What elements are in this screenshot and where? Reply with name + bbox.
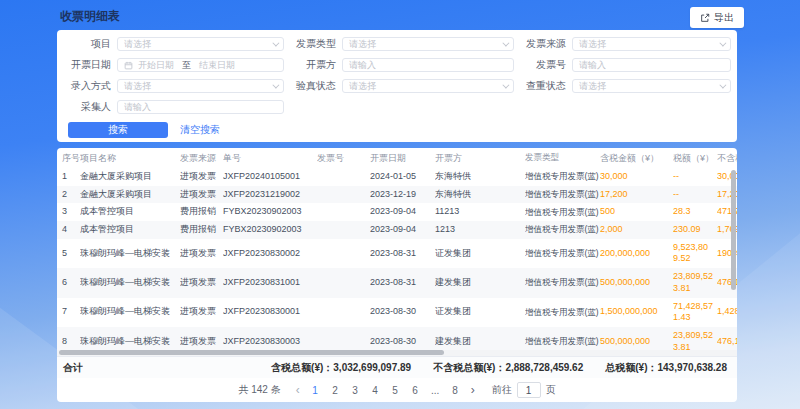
prev-page-button[interactable]: ‹ [294,384,302,396]
filter-collector: 采集人 请输入 [59,100,284,114]
total-excl-tax: 不含税总额(¥)：2,888,728,459.62 [433,361,583,375]
collector-input[interactable]: 请输入 [117,100,284,114]
table-cell: 3 [57,203,80,221]
table-cell: 增值税专用发票(蓝) [525,327,600,350]
filter-label: 采集人 [59,100,111,114]
table-cell: 1213 [435,221,525,239]
table-cell: 证发集团 [435,298,525,327]
table-cell: 2023-08-31 [370,239,435,268]
totals-label: 合计 [57,361,83,375]
filter-label: 开票方 [284,58,336,72]
table-cell: 6 [57,268,80,297]
table-row: 8珠穆朗玛峰—电梯安装进项发票JXFP202308300032023-08-30… [57,327,737,350]
vertical-scrollbar-thumb[interactable] [731,170,736,290]
date-separator: 至 [182,59,191,72]
table-cell: 增值税专用发票(蓝) [525,298,600,327]
chevron-down-icon [502,39,509,46]
table-row: 2金融大厦采购项目进项发票JXFP202312190022023-12-19东海… [57,186,737,204]
page-number[interactable]: 1 [309,385,322,396]
goto-label: 前往 [492,383,512,397]
table-cell: JXFP20230830001 [223,298,317,327]
table-cell: JXFP20231219002 [223,186,317,204]
filter-label: 发票类型 [284,37,336,51]
totals-bar: 合计 含税总额(¥)：3,032,699,097.89 不含税总额(¥)：2,8… [57,356,737,378]
search-button[interactable]: 搜索 [68,122,168,138]
desktop-background: 收票明细表 导出 项目 请选择 发票类型 请选择 [0,0,800,409]
table-cell: 进项发票 [180,298,223,327]
page-list: 123456...8 [309,385,462,396]
filter-panel: 项目 请选择 发票类型 请选择 发票来源 请选择 [57,30,737,142]
page-number[interactable]: 2 [329,385,342,396]
table-cell: 2 [57,186,80,204]
placeholder-text: 请选择 [349,38,502,51]
filter-label: 发票号 [514,58,566,72]
placeholder-text: 请输入 [349,59,507,72]
table-cell: 500 [600,203,673,221]
page-number[interactable]: 8 [449,385,462,396]
goto-page: 前往 页 [492,382,556,398]
invoice-table: 序号项目名称发票来源单号发票号开票日期开票方发票类型含税金额（¥）税额（¥）不含… [57,148,737,350]
invoice-no-input[interactable]: 请输入 [572,58,731,72]
table-cell [317,168,370,186]
table-cell: 2023-12-19 [370,186,435,204]
goto-page-input[interactable] [517,382,541,398]
table-cell [317,268,370,297]
column-header: 项目名称 [80,148,180,168]
chevron-down-icon [272,39,279,46]
placeholder-text: 请选择 [124,80,272,93]
placeholder-text: 请输入 [124,101,277,114]
table-cell: 增值税专用发票(蓝) [525,268,600,297]
page-number[interactable]: 4 [369,385,382,396]
project-select[interactable]: 请选择 [117,37,284,51]
end-date-placeholder: 结束日期 [199,59,235,72]
table-cell: 珠穆朗玛峰—电梯安装 [80,327,180,350]
entry-mode-select[interactable]: 请选择 [117,79,284,93]
export-button[interactable]: 导出 [690,7,744,28]
clear-search-button[interactable]: 清空搜索 [180,123,220,137]
table-cell: 1,500,000,000 [600,298,673,327]
page-number[interactable]: 3 [349,385,362,396]
filter-label: 开票日期 [59,58,111,72]
table-cell [317,239,370,268]
filter-label: 查重状态 [514,79,566,93]
table-cell: JXFP20230831001 [223,268,317,297]
invoice-source-select[interactable]: 请选择 [572,37,731,51]
total-tax: 总税额(¥)：143,970,638.28 [605,361,727,375]
table-cell [317,221,370,239]
page-number[interactable]: 6 [409,385,422,396]
table-cell: 费用报销 [180,221,223,239]
filter-invoice-source: 发票来源 请选择 [514,37,731,51]
table-cell: FYBX20230902003 [223,221,317,239]
pagination: 共 142 条 ‹ 123456...8 › 前往 页 [57,378,737,402]
issuer-input[interactable]: 请输入 [342,58,514,72]
page-ellipsis: ... [429,385,442,396]
verify-status-select[interactable]: 请选择 [342,79,514,93]
table-cell: 增值税专用发票(蓝) [525,221,600,239]
table-cell: 建发集团 [435,268,525,297]
dup-status-select[interactable]: 请选择 [572,79,731,93]
filter-verify-status: 验真状态 请选择 [284,79,514,93]
table-header-row: 序号项目名称发票来源单号发票号开票日期开票方发票类型含税金额（¥）税额（¥）不含… [57,148,737,168]
table-cell: 500,000,000 [600,268,673,297]
filter-label: 项目 [59,37,111,51]
table-cell: 进项发票 [180,239,223,268]
horizontal-scrollbar-thumb[interactable] [59,350,444,355]
table-cell [317,186,370,204]
goto-unit-label: 页 [546,383,556,397]
page-title: 收票明细表 [60,8,120,25]
calendar-icon [124,61,133,70]
placeholder-text: 请选择 [124,38,272,51]
column-header: 税额（¥） [673,148,717,168]
table-cell: JXFP20240105001 [223,168,317,186]
page-number[interactable]: 5 [389,385,402,396]
table-row: 4成本管控项目费用报销FYBX202309020032023-09-041213… [57,221,737,239]
table-cell: 30,000 [600,168,673,186]
invoice-type-select[interactable]: 请选择 [342,37,514,51]
table-cell [317,298,370,327]
placeholder-text: 请选择 [579,80,719,93]
table-cell: 500,000,000 [600,327,673,350]
table-cell: 建发集团 [435,327,525,350]
filter-invoice-no: 发票号 请输入 [514,58,731,72]
invoice-date-range-picker[interactable]: 开始日期 至 结束日期 [117,58,284,72]
next-page-button[interactable]: › [469,384,477,396]
